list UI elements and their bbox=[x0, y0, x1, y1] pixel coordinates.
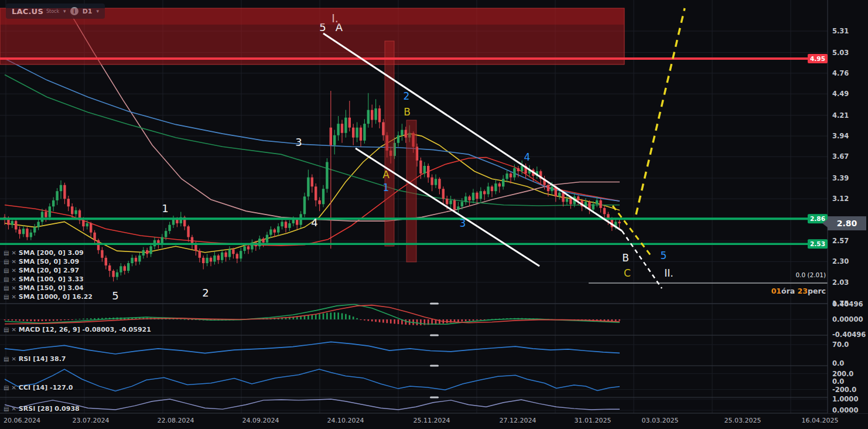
indicator-legend-row: ▤✕SRSI [28] 0.0938 bbox=[4, 404, 80, 413]
indicator-legend-row: ▤✕SMA [50, 0] 3.09 bbox=[4, 257, 79, 266]
indicator-legend-row: ▤✕SMA [100, 0] 3.33 bbox=[4, 275, 84, 284]
wave-label: A bbox=[382, 169, 389, 181]
axis-tick-label: 2.30 bbox=[832, 257, 849, 265]
symbol-dropdown-caret-icon[interactable]: ▾ bbox=[63, 8, 66, 14]
svg-text:2.53: 2.53 bbox=[810, 240, 825, 247]
trading-chart-window: I.5A314522BA134BC5II.0.0 (2.01)01óra 23p… bbox=[0, 0, 868, 429]
panel-resize-grip[interactable] bbox=[430, 303, 439, 305]
indicator-remove-icon[interactable]: ✕ bbox=[11, 285, 16, 291]
panel-resize-grip[interactable] bbox=[430, 397, 439, 399]
wave-label: 5 bbox=[319, 21, 326, 33]
indicator-settings-icon[interactable]: ▤ bbox=[4, 276, 9, 282]
axis-tick-label: 3.12 bbox=[832, 195, 849, 203]
panel-resize-grip[interactable] bbox=[430, 365, 439, 367]
timeframe-dropdown-caret-icon[interactable]: ▾ bbox=[96, 8, 99, 14]
axis-tick-label: 4.49 bbox=[832, 90, 849, 98]
wave-label: 1 bbox=[383, 182, 389, 193]
indicator-settings-icon[interactable]: ▤ bbox=[4, 356, 9, 362]
date-label: 25.03.2025 bbox=[725, 417, 761, 424]
indicator-legend-row: ▤✕RSI [14] 38.7 bbox=[4, 355, 66, 363]
axis-tick-label: 1.0000 bbox=[832, 395, 858, 403]
axis-tick-label: 0.0 bbox=[832, 377, 844, 386]
price-tag: 4.95 bbox=[808, 54, 828, 63]
fib-zero-label: 0.0 (2.01) bbox=[795, 271, 826, 278]
indicator-remove-icon[interactable]: ✕ bbox=[11, 267, 16, 274]
current-price-tag: 2.80 bbox=[822, 216, 866, 230]
indicator-remove-icon[interactable]: ✕ bbox=[11, 250, 16, 256]
date-label: 27.12.2024 bbox=[500, 417, 536, 424]
svg-text:2.86: 2.86 bbox=[810, 215, 825, 222]
indicator-settings-icon[interactable]: ▤ bbox=[4, 294, 9, 300]
wave-label: A bbox=[336, 21, 343, 33]
info-icon[interactable]: i bbox=[70, 7, 78, 15]
indicator-settings-icon[interactable]: ▤ bbox=[4, 250, 9, 256]
wave-label: B bbox=[622, 252, 629, 264]
date-label: 03.03.2025 bbox=[642, 417, 679, 424]
date-label: 22.08.2024 bbox=[158, 417, 194, 424]
indicator-legend-row: ▤✕SMA [200, 0] 3.09 bbox=[4, 248, 84, 257]
indicator-remove-icon[interactable]: ✕ bbox=[11, 276, 16, 282]
indicator-remove-icon[interactable]: ✕ bbox=[11, 384, 16, 391]
wave-label: 5 bbox=[661, 250, 667, 261]
indicator-settings-icon[interactable]: ▤ bbox=[4, 285, 9, 291]
axis-tick-label: 0.40496 bbox=[832, 300, 863, 308]
svg-text:4.95: 4.95 bbox=[810, 55, 825, 62]
symbol-name[interactable]: LAC.US bbox=[12, 7, 43, 16]
indicator-label: SRSI [28] 0.0938 bbox=[19, 405, 80, 413]
indicator-settings-icon[interactable]: ▤ bbox=[4, 267, 9, 274]
wave-label: 4 bbox=[524, 151, 531, 163]
date-label: 24.10.2024 bbox=[327, 417, 364, 424]
indicator-legend-row: ▤✕SMA [150, 0] 3.04 bbox=[4, 284, 84, 292]
indicator-remove-icon[interactable]: ✕ bbox=[11, 326, 16, 333]
red-volume-bar bbox=[385, 41, 394, 246]
candle-countdown: 01óra 23perc bbox=[771, 287, 826, 295]
axis-tick-label: 5.03 bbox=[832, 49, 849, 57]
indicator-label: SMA [1000, 0] 16.22 bbox=[19, 293, 93, 301]
axis-tick-label: 0.0000 bbox=[832, 406, 858, 414]
price-tag: 2.53 bbox=[808, 239, 828, 248]
axis-tick-label: 200.0 bbox=[832, 370, 853, 378]
date-label: 16.04.2025 bbox=[802, 417, 839, 424]
indicator-remove-icon[interactable]: ✕ bbox=[11, 258, 16, 265]
date-label: 20.06.2024 bbox=[4, 417, 40, 424]
indicator-remove-icon[interactable]: ✕ bbox=[11, 406, 16, 412]
date-label: 25.11.2024 bbox=[414, 417, 450, 424]
axis-tick-label: 4.76 bbox=[832, 69, 849, 77]
indicator-remove-icon[interactable]: ✕ bbox=[11, 356, 16, 362]
symbol-type-label: Stock bbox=[46, 9, 59, 14]
indicator-label: SMA [200, 0] 3.09 bbox=[19, 249, 84, 257]
axis-tick-label: 4.21 bbox=[832, 111, 849, 120]
indicator-settings-icon[interactable]: ▤ bbox=[4, 384, 9, 391]
price-axis[interactable]: 5.315.034.764.494.213.943.673.393.122.85… bbox=[828, 0, 868, 414]
indicator-label: SMA [150, 0] 3.04 bbox=[19, 284, 84, 292]
indicator-legend-row: ▤✕CCI [14] -127.0 bbox=[4, 383, 73, 392]
wave-label: 2 bbox=[404, 90, 410, 102]
wave-label: 2 bbox=[202, 287, 209, 299]
axis-tick-label: -200.0 bbox=[832, 386, 856, 394]
axis-tick-label: 5.31 bbox=[832, 27, 849, 35]
indicator-remove-icon[interactable]: ✕ bbox=[11, 294, 16, 300]
indicator-label: RSI [14] 38.7 bbox=[19, 355, 66, 363]
indicator-legend-row: ▤✕SMA [1000, 0] 16.22 bbox=[4, 292, 93, 301]
indicator-settings-icon[interactable]: ▤ bbox=[4, 406, 9, 412]
indicator-label: SMA [100, 0] 3.33 bbox=[19, 275, 84, 283]
time-axis[interactable]: 20.06.202423.07.202422.08.202424.09.2024… bbox=[0, 414, 868, 429]
red-volume-bar bbox=[406, 120, 416, 262]
indicator-legend-row: ▤✕MACD [12, 26, 9] -0.08003, -0.05921 bbox=[4, 325, 151, 334]
date-label: 24.09.2024 bbox=[242, 417, 279, 424]
axis-tick-label: 3.39 bbox=[832, 174, 849, 182]
date-label: 23.07.2024 bbox=[73, 417, 110, 424]
indicator-settings-icon[interactable]: ▤ bbox=[4, 326, 9, 333]
indicator-label: SMA [20, 0] 2.97 bbox=[19, 267, 79, 274]
timeframe-selector[interactable]: D1 bbox=[83, 8, 93, 15]
symbol-toolbar[interactable]: LAC.US Stock ▾ i D1 ▾ bbox=[6, 4, 105, 19]
wave-label: B bbox=[404, 106, 411, 118]
chart-canvas[interactable]: I.5A314522BA134BC5II.0.0 (2.01)01óra 23p… bbox=[0, 0, 868, 429]
indicator-legend-row: ▤✕SMA [20, 0] 2.97 bbox=[4, 266, 79, 275]
panel-resize-grip[interactable] bbox=[430, 335, 439, 336]
axis-tick-label: 3.67 bbox=[832, 152, 849, 161]
wave-label: 4 bbox=[311, 216, 317, 229]
indicator-settings-icon[interactable]: ▤ bbox=[4, 258, 9, 265]
axis-tick-label: 0.00000 bbox=[832, 315, 863, 324]
indicator-label: CCI [14] -127.0 bbox=[19, 384, 73, 391]
